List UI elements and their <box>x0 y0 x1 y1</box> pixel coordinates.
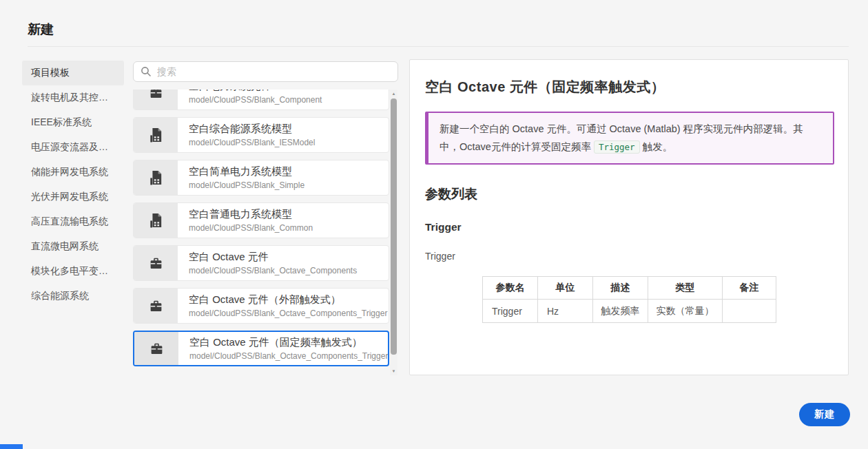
sidebar-item-ieee-systems[interactable]: IEEE标准系统 <box>22 110 124 135</box>
table-header-row: 参数名 单位 描述 类型 备注 <box>483 277 776 300</box>
list-scrollbar[interactable]: ▲ ▼ <box>390 90 397 375</box>
template-title: 空白普通电力系统模型 <box>189 208 389 221</box>
template-card-blank-octave-trigger[interactable]: 空白 Octave 元件（外部触发式） model/CloudPSS/Blank… <box>133 288 389 324</box>
toolbox-icon <box>134 246 178 280</box>
triangle-up-icon[interactable]: ▲ <box>390 90 397 98</box>
page-title: 新建 <box>28 21 54 39</box>
template-title: 空白 Octave 元件（固定频率触发式） <box>189 336 388 349</box>
template-card-blank-simple[interactable]: 空白简单电力系统模型 model/CloudPSS/Blank_Simple <box>133 160 389 196</box>
toolbox-icon <box>134 289 178 323</box>
description-text: 触发。 <box>640 141 673 152</box>
parameter-group-title: Trigger <box>425 221 831 233</box>
sidebar-item-mmc[interactable]: 模块化多电平变… <box>22 259 124 284</box>
template-card-blank-iesmodel[interactable]: 空白综合能源系统模型 model/CloudPSS/Blank_IESModel <box>133 117 389 153</box>
template-path: model/CloudPSS/Blank_Octave_Components_T… <box>189 351 388 361</box>
template-title: 空白综合能源系统模型 <box>189 123 389 136</box>
col-unit: 单位 <box>538 277 593 300</box>
table-row: Trigger Hz 触发频率 实数（常量） <box>483 300 776 323</box>
parameter-table: 参数名 单位 描述 类型 备注 Trigger Hz 触发频率 实数（常量） <box>482 276 776 323</box>
sidebar-item-rotating-machines[interactable]: 旋转电机及其控… <box>22 85 124 110</box>
search-icon <box>141 66 152 77</box>
cell-type: 实数（常量） <box>648 300 723 323</box>
description-callout: 新建一个空白的 Octave 元件。可通过 Octave (Matlab) 程序… <box>425 112 834 165</box>
template-path: model/CloudPSS/Blank_Octave_Components <box>189 266 389 275</box>
model-file-icon <box>134 118 178 152</box>
cell-unit: Hz <box>538 300 593 323</box>
col-description: 描述 <box>593 277 648 300</box>
col-param-name: 参数名 <box>483 277 538 300</box>
model-file-icon <box>134 203 178 238</box>
create-button[interactable]: 新建 <box>799 403 850 426</box>
template-detail-panel: 空白 Octave 元件（固定频率触发式） 新建一个空白的 Octave 元件。… <box>409 59 849 375</box>
trigger-code-chip: Trigger <box>594 140 640 154</box>
sidebar-item-hvdc[interactable]: 高压直流输电系统 <box>22 209 124 234</box>
search-input[interactable] <box>157 66 391 77</box>
category-sidebar: 项目模板 旋转电机及其控… IEEE标准系统 电压源变流器及… 储能并网发电系统… <box>22 61 124 309</box>
template-title: 空白电力系统元件 <box>189 90 389 93</box>
cell-param-name: Trigger <box>483 300 538 323</box>
sidebar-item-project-templates[interactable]: 项目模板 <box>22 61 124 85</box>
sidebar-item-vsc[interactable]: 电压源变流器及… <box>22 135 124 160</box>
sidebar-item-storage-grid[interactable]: 储能并网发电系统 <box>22 160 124 185</box>
title-divider <box>28 46 849 47</box>
template-path: model/CloudPSS/Blank_Simple <box>189 180 389 190</box>
scrollbar-thumb[interactable] <box>391 98 397 355</box>
sidebar-item-ies[interactable]: 综合能源系统 <box>22 284 124 309</box>
template-card-blank-octave-triggerfreq[interactable]: 空白 Octave 元件（固定频率触发式） model/CloudPSS/Bla… <box>133 331 389 366</box>
col-note: 备注 <box>723 277 776 300</box>
template-path: model/CloudPSS/Blank_Common <box>189 223 389 233</box>
template-list: 空白电力系统元件 model/CloudPSS/Blank_Component … <box>133 90 398 375</box>
detail-title: 空白 Octave 元件（固定频率触发式） <box>425 78 831 96</box>
toolbox-icon <box>134 332 178 365</box>
template-card-blank-component[interactable]: 空白电力系统元件 model/CloudPSS/Blank_Component <box>133 90 389 110</box>
template-title: 空白 Octave 元件（外部触发式） <box>189 293 389 306</box>
cell-description: 触发频率 <box>593 300 648 323</box>
model-file-icon <box>134 160 178 195</box>
sidebar-item-dc-microgrid[interactable]: 直流微电网系统 <box>22 234 124 259</box>
template-path: model/CloudPSS/Blank_Component <box>189 95 389 105</box>
toolbox-icon <box>134 90 178 109</box>
template-card-blank-common[interactable]: 空白普通电力系统模型 model/CloudPSS/Blank_Common <box>133 202 389 238</box>
search-box[interactable] <box>133 61 398 82</box>
parameters-heading: 参数列表 <box>425 185 831 203</box>
template-path: model/CloudPSS/Blank_IESModel <box>189 138 389 147</box>
parameter-group-name: Trigger <box>425 251 831 262</box>
template-card-blank-octave[interactable]: 空白 Octave 元件 model/CloudPSS/Blank_Octave… <box>133 245 389 281</box>
cell-note <box>723 300 776 323</box>
bottom-left-accent <box>0 444 23 449</box>
template-path: model/CloudPSS/Blank_Octave_Components_T… <box>189 309 389 318</box>
template-title: 空白 Octave 元件 <box>189 251 389 264</box>
triangle-down-icon[interactable]: ▼ <box>390 367 397 375</box>
sidebar-item-pv-grid[interactable]: 光伏并网发电系统 <box>22 185 124 209</box>
template-title: 空白简单电力系统模型 <box>189 165 389 178</box>
col-type: 类型 <box>648 277 723 300</box>
